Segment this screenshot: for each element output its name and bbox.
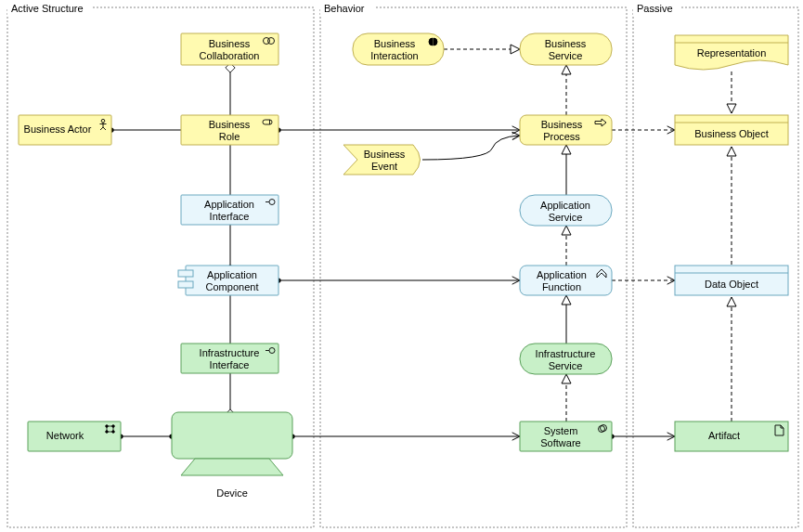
business-process[interactable]: Business Process: [520, 115, 612, 145]
svg-text:Infrastructure: Infrastructure: [200, 347, 260, 358]
business-actor[interactable]: Business Actor: [19, 115, 111, 145]
svg-text:Component: Component: [206, 281, 259, 292]
svg-text:Device: Device: [216, 487, 248, 499]
svg-text:Role: Role: [219, 131, 240, 142]
representation[interactable]: Representation: [675, 35, 788, 70]
svg-text:Collaboration: Collaboration: [200, 50, 260, 61]
application-interface[interactable]: Application Interface: [181, 195, 278, 225]
business-service[interactable]: Business Service: [520, 33, 612, 65]
business-collaboration[interactable]: Business Collaboration: [181, 33, 278, 65]
group-behavior-label: Behavior: [324, 3, 365, 14]
application-service[interactable]: Application Service: [520, 195, 612, 226]
data-object[interactable]: Data Object: [675, 266, 788, 295]
artifact[interactable]: Artifact: [675, 422, 788, 451]
svg-text:Event: Event: [371, 161, 397, 172]
svg-text:Business: Business: [364, 149, 406, 160]
svg-text:Business: Business: [541, 119, 583, 130]
svg-rect-71: [172, 412, 292, 459]
business-interaction[interactable]: Business Interaction: [353, 33, 444, 65]
svg-text:Data Object: Data Object: [705, 279, 758, 290]
svg-text:System: System: [544, 425, 578, 436]
svg-text:Interface: Interface: [210, 359, 250, 370]
svg-text:Business: Business: [209, 38, 251, 49]
business-object[interactable]: Business Object: [675, 115, 788, 145]
svg-text:Application: Application: [540, 200, 590, 211]
svg-text:Business: Business: [545, 38, 587, 49]
infrastructure-interface[interactable]: Infrastructure Interface: [181, 344, 278, 373]
svg-text:Application: Application: [537, 269, 587, 280]
application-component[interactable]: Application Component: [178, 266, 278, 295]
svg-text:Representation: Representation: [697, 47, 767, 58]
network[interactable]: Network: [28, 422, 121, 451]
group-active-label: Active Structure: [11, 3, 84, 14]
svg-text:Service: Service: [549, 360, 583, 371]
archimate-diagram: Active Structure Behavior Passive: [0, 0, 803, 532]
device[interactable]: Device: [172, 412, 292, 499]
application-function[interactable]: Application Function: [520, 266, 612, 295]
business-role[interactable]: Business Role: [181, 115, 278, 145]
svg-rect-53: [178, 281, 193, 288]
svg-text:Network: Network: [46, 430, 84, 441]
svg-text:Business: Business: [374, 38, 416, 49]
edges: [111, 49, 732, 436]
svg-text:Function: Function: [542, 281, 581, 292]
svg-text:Business Object: Business Object: [694, 128, 768, 139]
svg-text:Process: Process: [543, 131, 580, 142]
svg-text:Application: Application: [204, 199, 254, 210]
svg-text:Business: Business: [209, 119, 251, 130]
svg-text:Application: Application: [207, 269, 257, 280]
svg-text:Infrastructure: Infrastructure: [536, 348, 596, 359]
business-event[interactable]: Business Event: [343, 145, 421, 175]
svg-text:Artifact: Artifact: [708, 430, 740, 441]
svg-text:Software: Software: [540, 437, 580, 448]
svg-text:Interface: Interface: [210, 211, 250, 222]
svg-text:Interaction: Interaction: [370, 50, 418, 61]
system-software[interactable]: System Software: [520, 422, 612, 451]
svg-text:Service: Service: [549, 212, 583, 223]
svg-text:Business Actor: Business Actor: [24, 123, 92, 135]
svg-text:Service: Service: [549, 50, 583, 61]
svg-rect-52: [178, 270, 193, 277]
infrastructure-service[interactable]: Infrastructure Service: [520, 344, 612, 374]
group-passive-label: Passive: [637, 3, 673, 14]
